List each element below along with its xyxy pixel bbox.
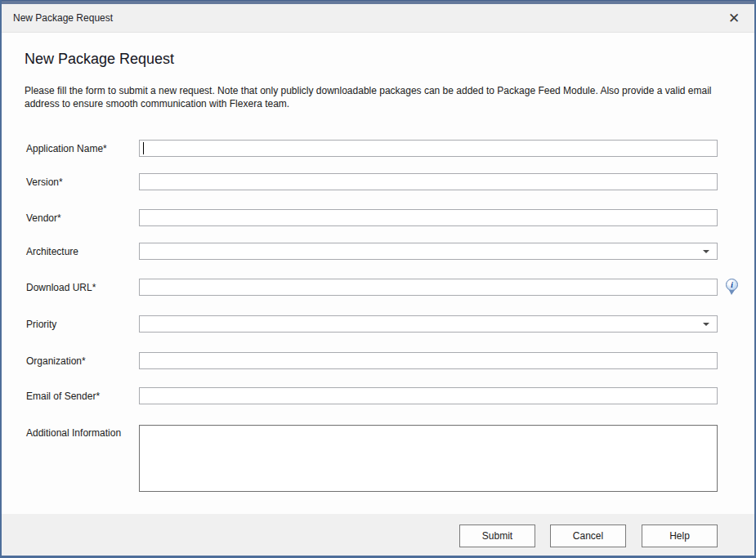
organization-input[interactable] xyxy=(139,352,718,369)
info-icon-tail xyxy=(729,290,735,295)
text-caret xyxy=(143,142,144,154)
email-of-sender-input[interactable] xyxy=(139,387,718,404)
priority-label: Priority xyxy=(26,319,139,330)
info-icon[interactable]: i xyxy=(726,279,739,295)
architecture-select[interactable] xyxy=(139,243,718,260)
window-title: New Package Request xyxy=(2,12,113,24)
architecture-label: Architecture xyxy=(26,246,139,257)
additional-information-label: Additional Information xyxy=(26,425,139,439)
titlebar: New Package Request ✕ xyxy=(2,4,754,33)
priority-select[interactable] xyxy=(139,315,718,333)
organization-label: Organization* xyxy=(26,355,139,367)
email-of-sender-label: Email of Sender* xyxy=(26,391,139,402)
form-row-application-name: Application Name* xyxy=(26,140,718,157)
form-row-architecture: Architecture xyxy=(26,243,718,260)
chevron-down-icon xyxy=(703,250,709,253)
dialog-content: New Package Request Please fill the form… xyxy=(2,33,754,511)
request-form: Application Name* Version* Vendor* Archi… xyxy=(2,33,754,511)
vendor-input[interactable] xyxy=(139,209,718,226)
version-input[interactable] xyxy=(139,173,718,190)
cancel-button[interactable]: Cancel xyxy=(550,525,626,547)
additional-information-textarea[interactable] xyxy=(139,425,718,492)
info-icon-glyph: i xyxy=(726,279,738,291)
form-row-download-url: Download URL* i xyxy=(26,279,718,296)
form-row-email: Email of Sender* xyxy=(26,387,718,404)
version-label: Version* xyxy=(26,176,139,188)
help-button[interactable]: Help xyxy=(642,525,718,547)
close-icon[interactable]: ✕ xyxy=(722,6,746,30)
submit-button[interactable]: Submit xyxy=(459,525,535,547)
form-row-organization: Organization* xyxy=(26,352,718,369)
chevron-down-icon xyxy=(703,323,709,326)
form-row-priority: Priority xyxy=(26,315,718,333)
footer-bar: Submit Cancel Help xyxy=(2,514,754,556)
application-name-input[interactable] xyxy=(139,140,718,157)
application-name-label: Application Name* xyxy=(26,143,139,154)
download-url-label: Download URL* xyxy=(26,282,139,293)
form-row-vendor: Vendor* xyxy=(26,209,718,226)
download-url-input[interactable] xyxy=(139,279,718,296)
form-row-additional-info: Additional Information xyxy=(26,425,718,492)
vendor-label: Vendor* xyxy=(26,212,139,224)
form-row-version: Version* xyxy=(26,173,718,190)
dialog-window: New Package Request ✕ New Package Reques… xyxy=(0,0,756,558)
